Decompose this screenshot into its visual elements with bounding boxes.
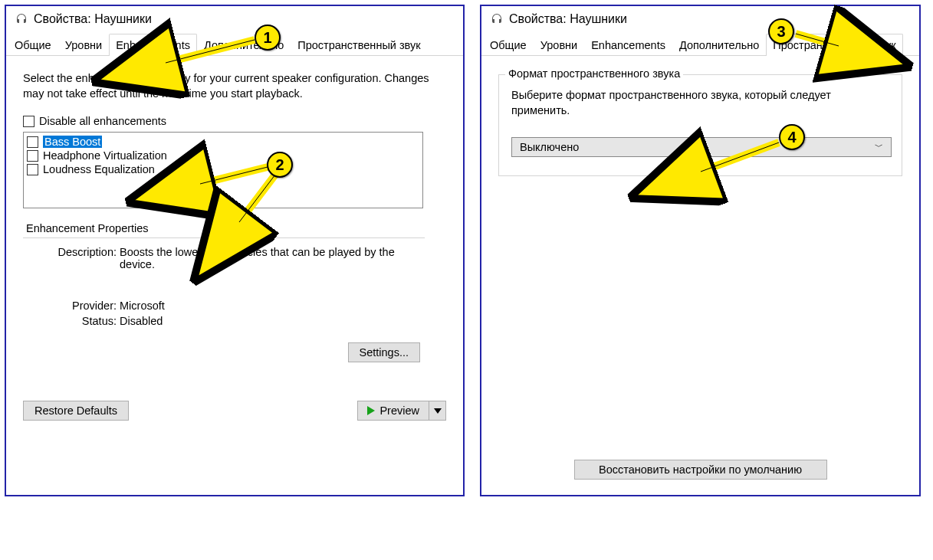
tab-strip: Общие Уровни Enhancements Дополнительно …: [481, 34, 919, 56]
tab-content: Формат пространственного звука Выберите …: [481, 56, 919, 495]
callout-badge-3: 3: [768, 18, 794, 44]
callout-badge-2: 2: [267, 152, 293, 178]
tab-levels[interactable]: Уровни: [534, 34, 585, 56]
preview-button-group: Preview: [357, 401, 446, 421]
tab-enhancements[interactable]: Enhancements: [584, 34, 672, 56]
properties-window-right: Свойства: Наушники Общие Уровни Enhancem…: [480, 5, 921, 496]
spatial-format-combo[interactable]: Выключено ﹀: [511, 137, 892, 157]
disable-all-row[interactable]: Disable all enhancements: [23, 115, 446, 127]
item-label: Bass Boost: [43, 136, 102, 148]
enhancement-properties: Description: Boosts the lowest frequenci…: [23, 237, 425, 370]
chevron-down-icon: [434, 408, 442, 414]
provider-label: Provider:: [28, 300, 120, 312]
window-title: Свойства: Наушники: [34, 12, 152, 26]
callout-badge-1: 1: [255, 25, 281, 51]
item-label: Loudness Equalization: [43, 163, 155, 175]
checkbox-icon[interactable]: [27, 164, 38, 175]
disable-all-label: Disable all enhancements: [39, 115, 166, 127]
tab-content: Select the enhancements to apply for you…: [6, 56, 463, 436]
status-value: Disabled: [120, 315, 420, 327]
tab-strip: Общие Уровни Enhancements Дополнительно …: [6, 34, 463, 56]
tab-general[interactable]: Общие: [483, 34, 534, 56]
checkbox-icon[interactable]: [27, 136, 38, 148]
group-text: Выберите формат пространственного звука,…: [511, 87, 889, 119]
provider-value: Microsoft: [120, 300, 420, 312]
restore-defaults-button[interactable]: Restore Defaults: [23, 401, 129, 421]
tab-levels[interactable]: Уровни: [58, 34, 110, 56]
instruction-text: Select the enhancements to apply for you…: [23, 71, 446, 101]
tab-enhancements[interactable]: Enhancements: [109, 34, 197, 56]
restore-defaults-button[interactable]: Восстановить настройки по умолчанию: [574, 460, 827, 480]
spatial-format-group: Формат пространственного звука Выберите …: [498, 74, 902, 176]
preview-button[interactable]: Preview: [357, 401, 429, 421]
enhancements-list: Bass Boost Headphone Virtualization Loud…: [23, 132, 423, 208]
desc-value: Boosts the lowest frequencies that can b…: [120, 246, 420, 270]
callout-badge-4: 4: [779, 124, 805, 150]
titlebar: Свойства: Наушники: [6, 6, 463, 34]
group-title: Формат пространственного звука: [505, 67, 683, 80]
properties-window-left: Свойства: Наушники Общие Уровни Enhancem…: [5, 5, 465, 496]
headphones-icon: [15, 13, 28, 25]
settings-button[interactable]: Settings...: [348, 342, 420, 362]
desc-label: Description:: [28, 246, 120, 270]
item-label: Headphone Virtualization: [43, 149, 167, 162]
combo-value: Выключено: [520, 141, 579, 153]
list-item[interactable]: Bass Boost: [27, 136, 422, 148]
checkbox-icon[interactable]: [27, 150, 38, 162]
chevron-down-icon: ﹀: [875, 141, 883, 152]
tab-general[interactable]: Общие: [8, 34, 58, 56]
tab-spatial[interactable]: Пространственный звук: [291, 34, 427, 56]
props-title: Enhancement Properties: [23, 222, 446, 234]
headphones-icon: [491, 13, 503, 25]
play-icon: [367, 406, 375, 415]
checkbox-icon[interactable]: [23, 116, 34, 127]
status-label: Status:: [28, 315, 120, 327]
list-item[interactable]: Headphone Virtualization: [27, 149, 422, 162]
list-item[interactable]: Loudness Equalization: [27, 163, 422, 175]
tab-advanced[interactable]: Дополнительно: [672, 34, 766, 56]
preview-dropdown-button[interactable]: [429, 401, 446, 421]
preview-label: Preview: [379, 404, 419, 417]
window-title: Свойства: Наушники: [509, 12, 627, 26]
titlebar: Свойства: Наушники: [481, 6, 919, 34]
